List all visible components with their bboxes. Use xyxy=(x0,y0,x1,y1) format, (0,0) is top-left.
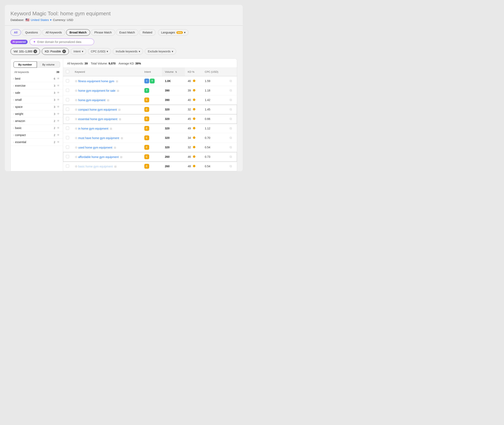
kd-dot xyxy=(193,146,195,148)
eye-icon[interactable]: 👁 xyxy=(57,119,60,123)
row-action-icon[interactable]: ⧉ xyxy=(230,155,232,158)
chevron-icon: › xyxy=(13,113,14,115)
kd-cell: 48 xyxy=(185,162,202,171)
tab-related[interactable]: Related xyxy=(139,29,156,36)
sidebar-item-space[interactable]: › space 3 👁 xyxy=(11,103,63,110)
volume-cell: 320 xyxy=(162,133,185,143)
kd-dot xyxy=(193,165,195,167)
keywords-table: Keyword Intent Volume ⇅ KD % CPC (USD) ⊕… xyxy=(63,68,237,171)
exclude-keywords-label: Exclude keywords xyxy=(148,50,171,53)
row-action-icon[interactable]: ⧉ xyxy=(230,136,232,139)
table-view-icon: ⊟ xyxy=(110,127,112,130)
kd-filter-close[interactable]: ✕ xyxy=(62,50,66,53)
keyword-link[interactable]: fitness equipment home gym xyxy=(78,80,114,83)
eye-icon[interactable]: 👁 xyxy=(57,126,60,130)
table-view-icon: ⊟ xyxy=(117,89,119,92)
tab-phrase-match[interactable]: Phrase Match xyxy=(91,29,115,36)
eye-icon[interactable]: 👁 xyxy=(57,140,60,144)
keyword-link[interactable]: used home gym equipment xyxy=(78,146,112,149)
add-icon: ⊕ xyxy=(75,127,77,130)
keyword-link[interactable]: compact home gym equipment xyxy=(78,108,117,111)
kd-dot xyxy=(193,136,195,139)
row-action-icon[interactable]: ⧉ xyxy=(230,79,232,83)
sidebar-item-best[interactable]: › best 6 👁 xyxy=(11,75,63,82)
table-row: ⊕fitness equipment home gym ⊟IT1.0K46 1.… xyxy=(63,76,237,86)
cpc-cell: 0.54 xyxy=(202,162,227,171)
row-checkbox[interactable] xyxy=(66,98,69,101)
sidebar-item-amazon[interactable]: › amazon 2 👁 xyxy=(11,118,63,125)
beta-badge: beta xyxy=(176,31,183,34)
row-checkbox[interactable] xyxy=(66,165,69,168)
table-view-icon: ⊟ xyxy=(121,137,123,140)
row-checkbox[interactable] xyxy=(66,136,69,139)
vol-filter-close[interactable]: ✕ xyxy=(34,50,37,53)
exclude-keywords-dropdown[interactable]: Exclude keywords ▾ xyxy=(145,48,176,55)
row-checkbox[interactable] xyxy=(66,146,69,149)
row-checkbox[interactable] xyxy=(66,108,69,111)
eye-icon[interactable]: 👁 xyxy=(57,105,60,108)
row-action-icon[interactable]: ⧉ xyxy=(230,165,232,168)
row-checkbox[interactable] xyxy=(66,117,69,120)
keyword-link[interactable]: must have home gym equipment xyxy=(78,136,119,140)
database-dropdown-icon[interactable]: ▾ xyxy=(50,18,52,22)
include-keywords-dropdown[interactable]: Include keywords ▾ xyxy=(113,48,143,55)
intent-badges: C xyxy=(144,135,159,140)
keyword-link[interactable]: in home gym equipment xyxy=(78,127,108,130)
row-checkbox[interactable] xyxy=(66,155,69,158)
cpc-cell: 1.42 xyxy=(202,95,227,105)
row-action-icon[interactable]: ⧉ xyxy=(230,146,232,149)
eye-icon[interactable]: 👁 xyxy=(57,77,60,80)
eye-icon[interactable]: 👁 xyxy=(57,112,60,115)
intent-badge-c: C xyxy=(144,145,149,150)
sidebar-item-exercise[interactable]: › exercise 3 👁 xyxy=(11,82,63,89)
ai-domain-input-wrap[interactable]: ✦ xyxy=(30,39,94,45)
search-term: home gym equipment xyxy=(60,10,111,17)
chevron-icon: › xyxy=(13,77,14,80)
row-action-icon[interactable]: ⧉ xyxy=(230,126,232,130)
sidebar-item-basic[interactable]: › basic 2 👁 xyxy=(11,125,63,132)
row-checkbox[interactable] xyxy=(66,79,69,82)
volume-cell: 390 xyxy=(162,86,185,95)
vol-filter-chip[interactable]: Vol: 101–1,000 ✕ xyxy=(10,48,40,55)
eye-icon[interactable]: 👁 xyxy=(57,98,60,101)
intent-badges: C xyxy=(144,126,159,131)
row-checkbox[interactable] xyxy=(66,89,69,92)
sidebar-item-sale[interactable]: › sale 3 👁 xyxy=(11,89,63,96)
keyword-link[interactable]: home gym equipment for sale xyxy=(78,89,115,92)
intent-filter-dropdown[interactable]: Intent ▾ xyxy=(71,48,86,55)
th-volume[interactable]: Volume ⇅ xyxy=(162,68,185,76)
languages-button[interactable]: Languages beta ▾ xyxy=(158,29,188,36)
sort-by-volume-button[interactable]: By volume xyxy=(37,61,60,68)
row-action-icon[interactable]: ⧉ xyxy=(230,108,232,111)
ai-domain-input[interactable] xyxy=(37,40,91,44)
tab-broad-match[interactable]: Broad Match xyxy=(66,29,90,36)
keyword-link[interactable]: basic home gym equipment xyxy=(78,165,113,168)
database-country-link[interactable]: United States xyxy=(31,18,49,21)
row-checkbox[interactable] xyxy=(66,126,69,130)
sidebar-item-essential[interactable]: › essential 2 👁 xyxy=(11,139,63,146)
row-action-icon[interactable]: ⧉ xyxy=(230,89,232,92)
cpc-filter-dropdown[interactable]: CPC (USD) ▾ xyxy=(88,48,111,55)
eye-icon[interactable]: 👁 xyxy=(57,84,60,87)
keyword-link[interactable]: home.gym equipment xyxy=(78,99,105,102)
sidebar-item-small[interactable]: › small 3 👁 xyxy=(11,96,63,103)
tabs-row: All Questions All Keywords Broad Match P… xyxy=(10,29,237,36)
tab-exact-match[interactable]: Exact Match xyxy=(116,29,138,36)
keyword-link[interactable]: essential home gym equipment xyxy=(78,118,117,121)
sidebar-item-weight[interactable]: › weight 3 👁 xyxy=(11,110,63,118)
select-all-checkbox[interactable] xyxy=(66,70,69,73)
intent-badge-c: C xyxy=(144,164,149,169)
tab-all[interactable]: All xyxy=(10,29,21,36)
keyword-link[interactable]: affordable home gym equipment xyxy=(78,155,119,159)
volume-cell: 1.0K xyxy=(162,76,185,86)
row-action-icon[interactable]: ⧉ xyxy=(230,98,232,102)
languages-chevron-icon: ▾ xyxy=(184,31,185,34)
row-action-icon[interactable]: ⧉ xyxy=(230,117,232,120)
eye-icon[interactable]: 👁 xyxy=(57,133,60,137)
tab-all-keywords[interactable]: All Keywords xyxy=(42,29,65,36)
sidebar-item-compact[interactable]: › compact 2 👁 xyxy=(11,132,63,139)
eye-icon[interactable]: 👁 xyxy=(57,91,60,94)
sort-by-number-button[interactable]: By number xyxy=(13,61,37,68)
kd-filter-chip[interactable]: KD: Possible ✕ xyxy=(42,48,69,55)
tab-questions[interactable]: Questions xyxy=(22,29,41,36)
